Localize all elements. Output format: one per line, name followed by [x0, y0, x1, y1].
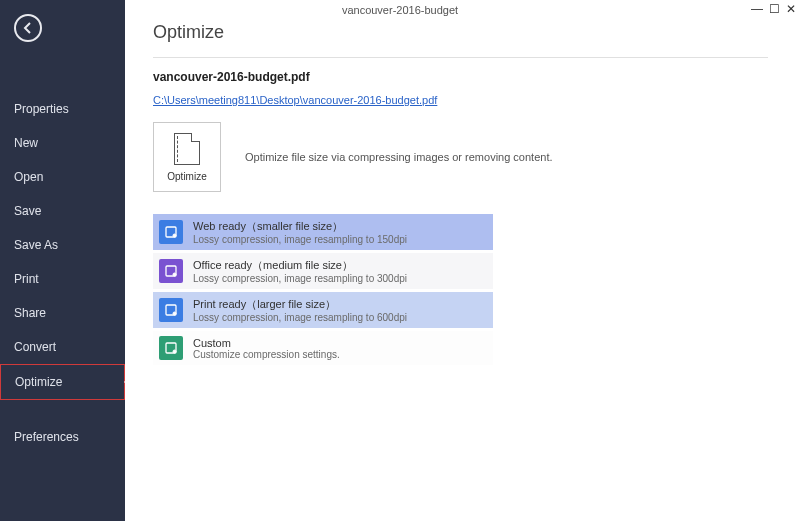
- web-ready-icon: [159, 220, 183, 244]
- sidebar-item-new[interactable]: New: [0, 126, 125, 160]
- sidebar-item-label: Optimize: [15, 375, 62, 389]
- sidebar: Properties New Open Save Save As Print S…: [0, 0, 125, 521]
- option-subtitle: Lossy compression, image resampling to 1…: [193, 234, 407, 245]
- window-controls: — ☐ ✕: [751, 2, 796, 16]
- page-title: Optimize: [153, 22, 768, 43]
- option-web-ready[interactable]: Web ready（smaller file size） Lossy compr…: [153, 214, 493, 250]
- optimize-options: Web ready（smaller file size） Lossy compr…: [153, 214, 768, 365]
- svg-point-3: [173, 273, 176, 276]
- option-title: Web ready（smaller file size）: [193, 219, 407, 234]
- window-title: vancouver-2016-budget: [342, 4, 458, 16]
- close-button[interactable]: ✕: [786, 2, 796, 16]
- optimize-tile-label: Optimize: [167, 171, 206, 182]
- option-title: Print ready（larger file size）: [193, 297, 407, 312]
- option-title: Custom: [193, 337, 340, 349]
- sidebar-item-print[interactable]: Print: [0, 262, 125, 296]
- option-office-ready[interactable]: Office ready（medium file size） Lossy com…: [153, 253, 493, 289]
- sidebar-item-convert[interactable]: Convert: [0, 330, 125, 364]
- back-button[interactable]: [14, 14, 42, 42]
- hero-row: Optimize Optimize file size via compress…: [153, 122, 768, 192]
- office-ready-icon: [159, 259, 183, 283]
- divider: [153, 57, 768, 58]
- option-print-ready[interactable]: Print ready（larger file size） Lossy comp…: [153, 292, 493, 328]
- document-icon: [174, 133, 200, 165]
- sidebar-item-open[interactable]: Open: [0, 160, 125, 194]
- file-name: vancouver-2016-budget.pdf: [153, 70, 768, 84]
- svg-point-1: [173, 234, 176, 237]
- sidebar-item-preferences[interactable]: Preferences: [0, 420, 125, 454]
- option-subtitle: Customize compression settings.: [193, 349, 340, 360]
- app-window: vancouver-2016-budget — ☐ ✕ Properties N…: [0, 0, 800, 521]
- custom-icon: [159, 336, 183, 360]
- file-path-link[interactable]: C:\Users\meeting811\Desktop\vancouver-20…: [153, 94, 437, 106]
- main-panel: Optimize vancouver-2016-budget.pdf C:\Us…: [125, 0, 800, 521]
- sidebar-item-optimize[interactable]: Optimize: [0, 364, 125, 400]
- option-subtitle: Lossy compression, image resampling to 3…: [193, 273, 407, 284]
- sidebar-item-share[interactable]: Share: [0, 296, 125, 330]
- sidebar-item-save[interactable]: Save: [0, 194, 125, 228]
- svg-point-5: [173, 312, 176, 315]
- optimize-tile[interactable]: Optimize: [153, 122, 221, 192]
- svg-point-7: [173, 350, 176, 353]
- option-title: Office ready（medium file size）: [193, 258, 407, 273]
- print-ready-icon: [159, 298, 183, 322]
- option-custom[interactable]: Custom Customize compression settings.: [153, 331, 493, 365]
- maximize-button[interactable]: ☐: [769, 2, 780, 16]
- chevron-left-icon: [22, 22, 34, 34]
- sidebar-item-saveas[interactable]: Save As: [0, 228, 125, 262]
- minimize-button[interactable]: —: [751, 2, 763, 16]
- sidebar-item-properties[interactable]: Properties: [0, 92, 125, 126]
- caret-right-icon: [124, 376, 130, 388]
- hero-description: Optimize file size via compressing image…: [245, 151, 553, 163]
- option-subtitle: Lossy compression, image resampling to 6…: [193, 312, 407, 323]
